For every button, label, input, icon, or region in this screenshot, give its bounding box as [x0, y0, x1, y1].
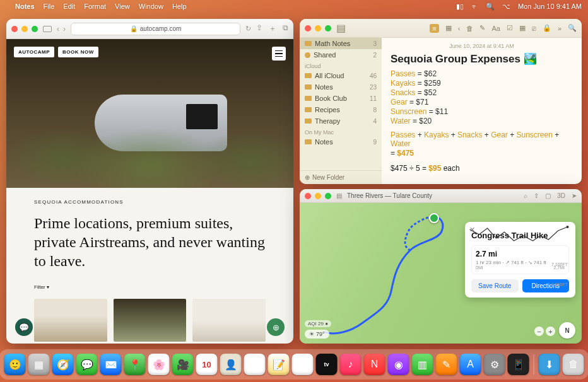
sidebar-toggle-icon[interactable]: ▤	[336, 22, 346, 34]
trash-icon[interactable]: 🗑	[466, 25, 473, 32]
format-icon[interactable]: Aa	[491, 25, 500, 32]
view-list-icon[interactable]: ≡	[430, 24, 438, 33]
dock-calendar[interactable]: 10	[196, 354, 218, 375]
aqi-badge[interactable]: AQI 29 ●	[305, 320, 331, 327]
trailhead-pin[interactable]	[429, 213, 439, 223]
weather-badge[interactable]: ☀ 79°	[305, 330, 329, 339]
expense-line: Kayaks = $259	[391, 79, 573, 88]
forward-button[interactable]: ›	[63, 25, 66, 33]
sidebar-item-notes[interactable]: Notes23	[300, 81, 382, 93]
dock: 🙂▦🧭💬✉️📍🌸🎥10👤▤📝〰tv♪N◉▥✎A⚙📱⬇🗑	[0, 349, 588, 379]
hero-image: AUTOCAMP BOOK NOW	[6, 39, 293, 188]
address-bar[interactable]: 🔒 autocamp.com	[71, 23, 240, 35]
dock-settings[interactable]: ⚙	[484, 354, 505, 375]
menu-edit[interactable]: Edit	[63, 3, 75, 10]
reload-icon[interactable]: ↻	[245, 25, 251, 33]
more-icon[interactable]: »	[558, 25, 562, 32]
logo-chip[interactable]: AUTOCAMP	[14, 47, 54, 57]
dock-reminders[interactable]: ▤	[244, 354, 266, 375]
folder-icon	[305, 41, 312, 46]
dock-mail[interactable]: ✉️	[100, 354, 122, 375]
note-body[interactable]: June 10, 2024 at 9:41 AM Sequoia Group E…	[382, 38, 582, 184]
dock-tv[interactable]: tv	[316, 354, 338, 375]
checklist-icon[interactable]: ☑	[507, 24, 513, 32]
search-icon[interactable]: 🔍	[568, 24, 577, 32]
back-icon[interactable]: ‹	[458, 25, 461, 32]
location-icon[interactable]: ➤	[572, 192, 577, 199]
share-icon[interactable]: ⇪	[534, 192, 539, 199]
dock-facetime[interactable]: 🎥	[172, 354, 194, 375]
dock-safari[interactable]: 🧭	[52, 354, 74, 375]
sidebar-item-recipes[interactable]: Recipes8	[300, 104, 382, 115]
spotlight-icon[interactable]: 🔍	[486, 3, 495, 11]
window-controls[interactable]	[305, 193, 331, 199]
view-grid-icon[interactable]: ▦	[445, 24, 452, 32]
tile-3[interactable]	[192, 299, 266, 342]
wifi-icon[interactable]: ᯤ	[471, 3, 478, 10]
dock-freeform[interactable]: 〰	[292, 354, 314, 375]
zoom-in[interactable]: +	[546, 327, 555, 336]
sidebar-toggle-icon[interactable]	[43, 26, 52, 32]
tabs-icon[interactable]: ⧉	[283, 23, 288, 34]
accessibility-fab[interactable]: ⊕	[267, 318, 285, 336]
map-settings-icon[interactable]: ⌕	[524, 192, 527, 199]
dock-maps[interactable]: 📍	[124, 354, 146, 375]
sidebar-item-book-club[interactable]: Book Club11	[300, 93, 382, 104]
tile-1[interactable]	[34, 299, 107, 342]
dock-news[interactable]: N	[364, 354, 385, 375]
book-now-button[interactable]: BOOK NOW	[58, 47, 98, 57]
zoom-out[interactable]: −	[534, 327, 544, 336]
media-icon[interactable]: ⎚	[532, 25, 536, 32]
dock-notes[interactable]: 📝	[268, 354, 290, 375]
new-folder-button[interactable]: ⊕New Folder	[300, 170, 382, 184]
lock-icon[interactable]: 🔒	[543, 24, 551, 32]
dock-messages[interactable]: 💬	[76, 354, 98, 375]
share-icon[interactable]: ⇪	[256, 23, 262, 34]
shared-icon	[305, 52, 310, 58]
dock-launchpad[interactable]: ▦	[28, 354, 50, 375]
dock-trash[interactable]: 🗑	[563, 354, 584, 375]
window-controls[interactable]	[305, 25, 331, 32]
app-menu[interactable]: Notes	[15, 3, 35, 10]
3d-icon[interactable]: 3D	[557, 192, 565, 199]
dock-appstore[interactable]: A	[460, 354, 481, 375]
menu-format[interactable]: Format	[84, 3, 106, 10]
tile-2[interactable]	[114, 299, 187, 342]
map-mode-icon[interactable]: ▢	[545, 192, 551, 199]
dock-photos[interactable]: 🌸	[148, 354, 170, 375]
sidebar-item-math-notes[interactable]: Math Notes3	[300, 38, 382, 49]
dock-numbers[interactable]: ▥	[412, 354, 433, 375]
sidebar-item-onmac-notes[interactable]: Notes9	[300, 136, 382, 148]
window-controls[interactable]	[11, 26, 38, 32]
dock-music[interactable]: ♪	[340, 354, 362, 375]
dock-contacts[interactable]: 👤	[220, 354, 242, 375]
sidebar-item-therapy[interactable]: Therapy4	[300, 115, 382, 127]
route-card: ✕ Congress Trail Hike 2.7 mi 1 hr 23 min…	[465, 222, 575, 298]
back-button[interactable]: ‹	[57, 25, 59, 33]
table-icon[interactable]: ▦	[519, 24, 526, 32]
sidebar-item-all-icloud[interactable]: All iCloud46	[300, 70, 382, 81]
hamburger-menu[interactable]	[272, 47, 286, 61]
menu-view[interactable]: View	[115, 3, 130, 10]
save-route-button[interactable]: Save Route	[471, 279, 519, 292]
clock[interactable]: Mon Jun 10 9:41 AM	[518, 3, 582, 10]
dock-downloads[interactable]: ⬇	[539, 354, 560, 375]
dock-finder[interactable]: 🙂	[4, 354, 26, 375]
battery-icon[interactable]: ▮▯	[456, 3, 464, 11]
new-tab-icon[interactable]: ＋	[269, 23, 276, 34]
map-canvas[interactable]: AQI 29 ● ☀ 79° −+ N ✕ Congress Trail Hik…	[300, 203, 582, 344]
dock-podcasts[interactable]: ◉	[388, 354, 409, 375]
filter-dropdown[interactable]: Filter ▾	[34, 284, 266, 290]
chat-fab[interactable]: 💬	[15, 318, 33, 336]
sidebar-toggle-icon[interactable]: ▤	[336, 192, 342, 199]
menu-help[interactable]: Help	[172, 3, 187, 10]
menu-window[interactable]: Window	[139, 3, 163, 10]
compose-icon[interactable]: ✎	[479, 24, 485, 32]
control-center-icon[interactable]: ⌥	[502, 3, 510, 11]
menu-file[interactable]: File	[44, 3, 55, 10]
dock-pages[interactable]: ✎	[436, 354, 457, 375]
sidebar-item-shared[interactable]: Shared2	[300, 49, 382, 61]
zoom-controls[interactable]: −+	[534, 327, 555, 336]
dock-iphone-mirroring[interactable]: 📱	[508, 354, 529, 375]
compass[interactable]: N	[559, 322, 575, 339]
